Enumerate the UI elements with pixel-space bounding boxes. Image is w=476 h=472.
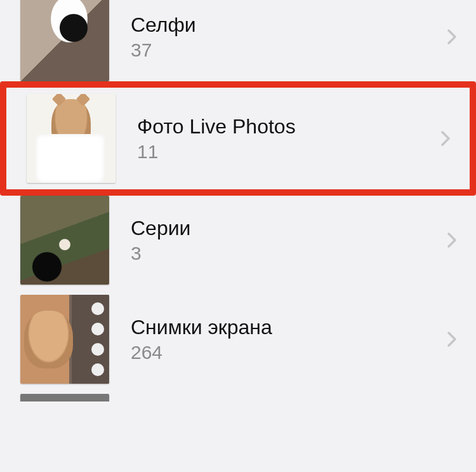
album-count: 11 xyxy=(137,141,438,163)
album-thumbnail xyxy=(20,0,109,81)
album-thumbnail xyxy=(27,94,116,183)
album-count: 37 xyxy=(131,39,444,61)
album-title: Селфи xyxy=(131,13,444,37)
album-text: Серии 3 xyxy=(109,216,444,264)
album-row[interactable]: Снимки экрана 264 xyxy=(0,290,476,389)
album-list: Селфи 37 Фото Live Photos 11 xyxy=(0,0,476,401)
album-title: Фото Live Photos xyxy=(137,114,438,138)
album-count: 264 xyxy=(131,342,444,363)
album-thumbnail xyxy=(20,295,109,384)
album-text: Фото Live Photos 11 xyxy=(116,114,438,163)
chevron-right-icon xyxy=(444,29,459,44)
album-row[interactable]: Серии 3 xyxy=(0,191,476,290)
album-title: Снимки экрана xyxy=(131,315,444,339)
chevron-right-icon xyxy=(444,332,459,347)
album-row-highlighted[interactable]: Фото Live Photos 11 xyxy=(0,81,476,196)
chevron-right-icon xyxy=(438,131,453,146)
album-text: Селфи 37 xyxy=(109,13,444,61)
album-text: Снимки экрана 264 xyxy=(109,315,444,363)
album-count: 3 xyxy=(131,243,444,264)
album-row-partial[interactable] xyxy=(0,389,476,401)
album-thumbnail xyxy=(20,196,109,285)
album-row[interactable]: Селфи 37 xyxy=(0,0,476,86)
album-title: Серии xyxy=(131,216,444,240)
album-thumbnail xyxy=(20,394,109,401)
chevron-right-icon xyxy=(444,233,459,248)
